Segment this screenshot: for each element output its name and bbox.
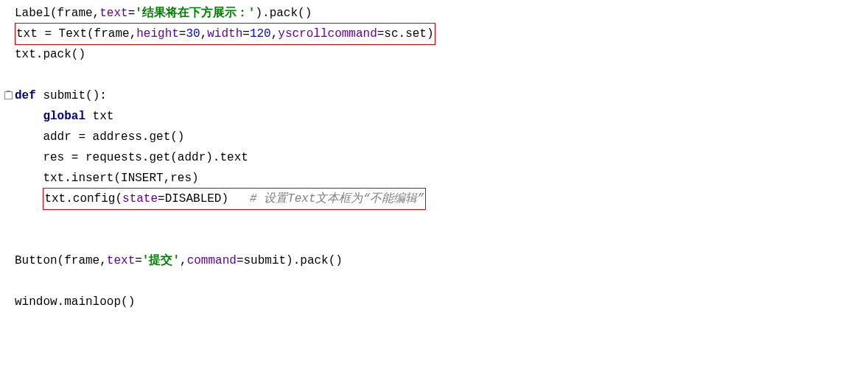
token: = — [179, 27, 186, 41]
highlight-box: txt = Text(frame,height=30,width=120,ysc… — [15, 23, 435, 45]
code-line-3: txt.pack() — [6, 44, 862, 65]
code-line-12 — [6, 230, 862, 250]
token: = — [135, 254, 142, 267]
code-line-14 — [6, 271, 862, 292]
code-line-16 — [6, 312, 862, 333]
token: txt.pack() — [15, 48, 85, 61]
token — [228, 192, 250, 205]
token: submit(): — [43, 89, 106, 102]
token: =submit).pack() — [237, 254, 343, 267]
token: text — [107, 254, 135, 267]
token: 120 — [250, 27, 271, 41]
token — [15, 192, 43, 205]
code-line-4 — [6, 65, 862, 85]
code-block: Label(frame,text='结果将在下方展示：').pack() txt… — [6, 3, 862, 333]
token: 30 — [186, 27, 200, 41]
token: window.mainloop() — [15, 295, 135, 309]
code-line-10: txt.config(state=DISABLED) # 设置Text文本框为“… — [6, 189, 862, 209]
code-line-7: addr = address.get() — [6, 127, 862, 147]
token: , — [180, 254, 187, 267]
code-line-6: global txt — [6, 106, 862, 127]
token: def — [15, 89, 36, 102]
token: ).pack() — [255, 7, 312, 20]
token: yscrollcommand — [278, 27, 377, 41]
code-line-2: txt = Text(frame,height=30,width=120,ysc… — [6, 24, 862, 44]
token: txt.insert(INSERT,res) — [15, 172, 199, 185]
code-line-5: def submit(): — [6, 85, 862, 106]
token: command — [187, 254, 237, 267]
code-line-15: window.mainloop() — [6, 292, 862, 312]
token: = — [128, 7, 136, 20]
token-comment: # 设置Text文本框为“不能编辑” — [250, 192, 424, 205]
token — [36, 89, 43, 102]
token: '提交' — [142, 254, 180, 267]
token: txt — [85, 110, 113, 123]
token: , — [200, 27, 208, 41]
token: width — [207, 27, 242, 41]
token: =sc.set) — [377, 27, 434, 41]
code-line-8: res = requests.get(addr).text — [6, 147, 862, 168]
token: = — [242, 27, 250, 41]
token: addr = address.get() — [15, 130, 184, 144]
highlight-box: txt.config(state=DISABLED) # 设置Text文本框为“… — [43, 188, 425, 210]
token: state — [122, 192, 158, 205]
token: Label(frame, — [15, 7, 99, 20]
code-line-11 — [6, 209, 862, 230]
token: global — [43, 110, 85, 123]
code-line-13: Button(frame,text='提交',command=submit).p… — [6, 250, 862, 271]
token: , — [271, 27, 279, 41]
code-line-9: txt.insert(INSERT,res) — [6, 168, 862, 189]
token: height — [136, 27, 179, 41]
code-line-1: Label(frame,text='结果将在下方展示：').pack() — [6, 3, 862, 24]
token: text — [99, 7, 127, 20]
token: '结果将在下方展示：' — [135, 7, 255, 20]
token: =DISABLED) — [158, 192, 228, 205]
token: txt = Text(frame, — [16, 27, 136, 41]
token: Button(frame, — [15, 254, 107, 267]
token: txt.config( — [44, 192, 122, 205]
token — [15, 110, 43, 123]
token: res = requests.get(addr).text — [15, 151, 248, 164]
